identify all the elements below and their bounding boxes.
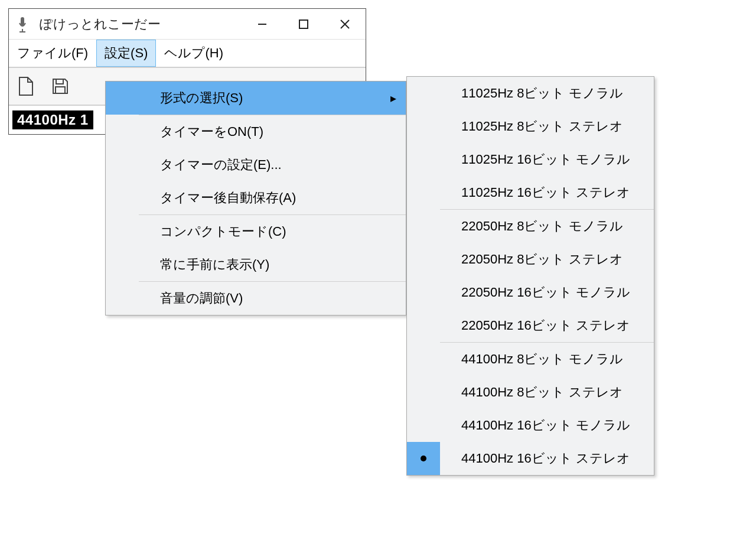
radio-gutter xyxy=(407,442,440,475)
format-option[interactable]: 44100Hz 8ビット ステレオ xyxy=(407,376,654,409)
radio-gutter xyxy=(407,376,440,409)
radio-gutter xyxy=(407,110,440,143)
window-controls xyxy=(242,9,366,39)
format-option[interactable]: 22050Hz 8ビット ステレオ xyxy=(407,243,654,276)
format-option-label: 22050Hz 8ビット モノラル xyxy=(440,217,654,235)
menu-always-on-top[interactable]: 常に手前に表示(Y) xyxy=(106,248,406,281)
radio-gutter xyxy=(407,210,440,243)
format-option[interactable]: 22050Hz 16ビット モノラル xyxy=(407,276,654,309)
format-option-label: 11025Hz 8ビット ステレオ xyxy=(440,118,654,135)
format-option-label: 44100Hz 8ビット ステレオ xyxy=(440,383,654,401)
radio-gutter xyxy=(407,309,440,342)
menu-settings[interactable]: 設定(S) xyxy=(96,40,156,67)
menu-file[interactable]: ファイル(F) xyxy=(9,40,96,67)
save-button[interactable] xyxy=(43,68,77,105)
svg-rect-7 xyxy=(56,79,63,84)
svg-rect-0 xyxy=(21,17,24,25)
format-option[interactable]: 11025Hz 16ビット ステレオ xyxy=(407,176,654,209)
minimize-button[interactable] xyxy=(242,9,283,39)
new-file-button[interactable] xyxy=(9,68,43,105)
format-option[interactable]: 44100Hz 16ビット モノラル xyxy=(407,409,654,442)
format-option-label: 11025Hz 16ビット モノラル xyxy=(440,151,654,168)
format-option[interactable]: 44100Hz 8ビット モノラル xyxy=(407,343,654,376)
format-option[interactable]: 44100Hz 16ビット ステレオ xyxy=(407,442,654,475)
format-option[interactable]: 11025Hz 16ビット モノラル xyxy=(407,143,654,176)
menu-timer-on[interactable]: タイマーをON(T) xyxy=(106,115,406,148)
microphone-icon xyxy=(17,16,31,32)
format-option-label: 44100Hz 16ビット モノラル xyxy=(440,417,654,434)
menu-format-select[interactable]: 形式の選択(S) ▸ xyxy=(106,82,406,115)
radio-gutter xyxy=(407,343,440,376)
radio-gutter xyxy=(407,243,440,276)
format-option-label: 11025Hz 16ビット ステレオ xyxy=(440,184,654,201)
format-submenu: 11025Hz 8ビット モノラル11025Hz 8ビット ステレオ11025H… xyxy=(406,76,654,476)
window-title: ぽけっとれこーだー xyxy=(40,15,242,33)
radio-gutter xyxy=(407,77,440,110)
menu-timer-settings[interactable]: タイマーの設定(E)... xyxy=(106,148,406,181)
radio-gutter xyxy=(407,276,440,309)
save-icon xyxy=(51,77,70,96)
menu-help[interactable]: ヘルプ(H) xyxy=(156,40,232,67)
format-option-label: 44100Hz 8ビット モノラル xyxy=(440,350,654,368)
new-file-icon xyxy=(17,76,35,96)
format-option[interactable]: 22050Hz 8ビット モノラル xyxy=(407,210,654,243)
close-button[interactable] xyxy=(324,9,366,39)
radio-dot-icon xyxy=(421,456,426,461)
format-option-label: 22050Hz 16ビット モノラル xyxy=(440,284,654,301)
format-option-label: 22050Hz 8ビット ステレオ xyxy=(440,251,654,268)
format-option-label: 22050Hz 16ビット ステレオ xyxy=(440,317,654,334)
current-format-display: 44100Hz 1 xyxy=(12,110,93,129)
svg-rect-4 xyxy=(299,20,308,28)
radio-gutter xyxy=(407,409,440,442)
format-option[interactable]: 11025Hz 8ビット ステレオ xyxy=(407,110,654,143)
menu-timer-autosave[interactable]: タイマー後自動保存(A) xyxy=(106,181,406,214)
menu-compact-mode[interactable]: コンパクトモード(C) xyxy=(106,215,406,248)
settings-menu: 形式の選択(S) ▸ タイマーをON(T) タイマーの設定(E)... タイマー… xyxy=(105,81,406,315)
menubar: ファイル(F) 設定(S) ヘルプ(H) xyxy=(9,40,366,67)
format-option[interactable]: 11025Hz 8ビット モノラル xyxy=(407,77,654,110)
svg-rect-8 xyxy=(56,87,65,93)
radio-gutter xyxy=(407,143,440,176)
maximize-button[interactable] xyxy=(283,9,324,39)
format-option-label: 44100Hz 16ビット ステレオ xyxy=(440,450,654,467)
radio-gutter xyxy=(407,176,440,209)
titlebar[interactable]: ぽけっとれこーだー xyxy=(9,9,366,40)
format-option[interactable]: 22050Hz 16ビット ステレオ xyxy=(407,309,654,342)
menu-volume[interactable]: 音量の調節(V) xyxy=(106,282,406,315)
chevron-right-icon: ▸ xyxy=(381,91,406,105)
format-option-label: 11025Hz 8ビット モノラル xyxy=(440,84,654,102)
